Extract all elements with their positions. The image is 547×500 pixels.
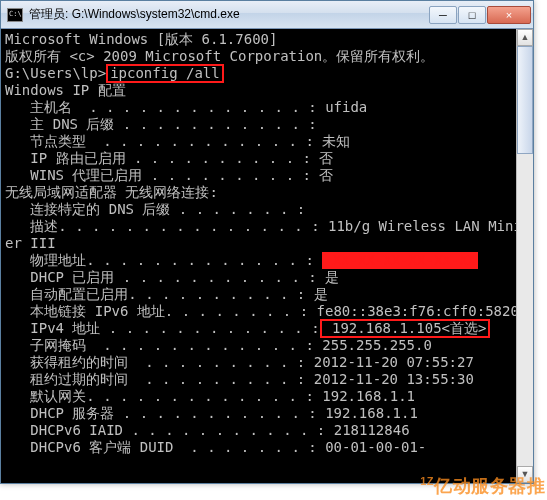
prompt: G:\Users\lp> — [5, 65, 106, 81]
close-button[interactable]: × — [487, 6, 531, 24]
output-line: 自动配置已启用. . . . . . . . . . : 是 — [5, 286, 529, 303]
field-label: 租约过期的时间 . . . . . . . . . : — [5, 371, 305, 387]
scroll-thumb[interactable] — [517, 46, 533, 154]
field-value: 192.168.1.1 — [317, 405, 418, 421]
field-label: WINS 代理已启用 . . . . . . . . . : — [5, 167, 311, 183]
field-label: 本地链接 IPv6 地址. . . . . . . . : — [5, 303, 308, 319]
output-line: 连接特定的 DNS 后缀 . . . . . . . : — [5, 201, 529, 218]
field-value: 11b/g Wireless LAN Mini PCI Ex — [320, 218, 533, 234]
output-line: 租约过期的时间 . . . . . . . . . : 2012-11-20 1… — [5, 371, 529, 388]
field-label: 节点类型 . . . . . . . . . . . . : — [5, 133, 314, 149]
output-line: 子网掩码 . . . . . . . . . . . . : 255.255.2… — [5, 337, 529, 354]
terminal-output[interactable]: Microsoft Windows [版本 6.1.7600]版权所有 <c> … — [1, 29, 533, 483]
output-line: 本地链接 IPv6 地址. . . . . . . . : fe80::38e3… — [5, 303, 529, 320]
field-label: IP 路由已启用 . . . . . . . . . . : — [5, 150, 311, 166]
field-value: 192.168.1.1 — [314, 388, 415, 404]
output-line: G:\Users\lp>ipconfig /all — [5, 65, 529, 82]
output-line: DHCPv6 客户端 DUID . . . . . . . : 00-01-00… — [5, 439, 529, 456]
vertical-scrollbar[interactable]: ▲ ▼ — [516, 29, 533, 483]
field-label: DHCPv6 客户端 DUID . . . . . . . : — [5, 439, 317, 455]
scroll-track[interactable] — [517, 46, 533, 466]
field-value: 是 — [305, 286, 327, 302]
scroll-up-button[interactable]: ▲ — [517, 29, 533, 46]
titlebar[interactable]: 管理员: G:\Windows\system32\cmd.exe ─ □ × — [1, 1, 533, 29]
output-line: 获得租约的时间 . . . . . . . . . : 2012-11-20 0… — [5, 354, 529, 371]
output-line: DHCP 服务器 . . . . . . . . . . . : 192.168… — [5, 405, 529, 422]
window-controls: ─ □ × — [428, 6, 531, 24]
field-label: 连接特定的 DNS 后缀 . . . . . . . : — [5, 201, 305, 217]
field-label: 默认网关. . . . . . . . . . . . . : — [5, 388, 314, 404]
output-line: 物理地址. . . . . . . . . . . . . : XX-XX-XX… — [5, 252, 529, 269]
field-value: 否 — [311, 167, 333, 183]
scroll-down-button[interactable]: ▼ — [517, 466, 533, 483]
output-line: Windows IP 配置 — [5, 82, 529, 99]
cmd-icon — [7, 8, 23, 22]
field-value: 00-01-00-01- — [317, 439, 427, 455]
output-line: 主 DNS 后缀 . . . . . . . . . . . : — [5, 116, 529, 133]
field-value: 2012-11-20 07:55:27 — [305, 354, 474, 370]
field-label: 主 DNS 后缀 . . . . . . . . . . . : — [5, 116, 317, 132]
field-label: DHCP 已启用 . . . . . . . . . . . : — [5, 269, 317, 285]
output-line: 节点类型 . . . . . . . . . . . . : 未知 — [5, 133, 529, 150]
field-label: 子网掩码 . . . . . . . . . . . . : — [5, 337, 314, 353]
field-value: fe80::38e3:f76:cff0:5820%13<首 — [308, 303, 533, 319]
output-line: er III — [5, 235, 529, 252]
output-line: 版权所有 <c> 2009 Microsoft Corporation。保留所有… — [5, 48, 529, 65]
output-line: DHCPv6 IAID . . . . . . . . . . . : 2181… — [5, 422, 529, 439]
output-line: IPv4 地址 . . . . . . . . . . . . : 192.16… — [5, 320, 529, 337]
minimize-button[interactable]: ─ — [429, 6, 457, 24]
output-line: DHCP 已启用 . . . . . . . . . . . : 是 — [5, 269, 529, 286]
output-line: Microsoft Windows [版本 6.1.7600] — [5, 31, 529, 48]
maximize-button[interactable]: □ — [458, 6, 486, 24]
field-label: DHCPv6 IAID . . . . . . . . . . . : — [5, 422, 325, 438]
highlighted-ipv4-address: 192.168.1.105<首选> — [320, 319, 491, 338]
field-label: 自动配置已启用. . . . . . . . . . : — [5, 286, 305, 302]
field-label: IPv4 地址 . . . . . . . . . . . . : — [5, 320, 320, 336]
field-value: ufida — [317, 99, 368, 115]
field-label: 主机名 . . . . . . . . . . . . . : — [5, 99, 317, 115]
output-line: 默认网关. . . . . . . . . . . . . : 192.168.… — [5, 388, 529, 405]
field-value: 218112846 — [325, 422, 409, 438]
field-label: DHCP 服务器 . . . . . . . . . . . : — [5, 405, 317, 421]
field-value: 2012-11-20 13:55:30 — [305, 371, 474, 387]
field-label: 物理地址. . . . . . . . . . . . . : — [5, 252, 314, 268]
output-line: 主机名 . . . . . . . . . . . . . : ufida — [5, 99, 529, 116]
output-line: IP 路由已启用 . . . . . . . . . . : 否 — [5, 150, 529, 167]
cmd-window: 管理员: G:\Windows\system32\cmd.exe ─ □ × M… — [0, 0, 534, 484]
output-line: WINS 代理已启用 . . . . . . . . . : 否 — [5, 167, 529, 184]
field-value: 是 — [317, 269, 339, 285]
window-title: 管理员: G:\Windows\system32\cmd.exe — [29, 6, 428, 23]
output-line: 描述. . . . . . . . . . . . . . . : 11b/g … — [5, 218, 529, 235]
field-value: 否 — [311, 150, 333, 166]
field-label: 获得租约的时间 . . . . . . . . . : — [5, 354, 305, 370]
field-value: 未知 — [314, 133, 350, 149]
redacted-mac-address: XX-XX-XX-XX-XX-XX — [322, 252, 478, 269]
highlighted-command: ipconfig /all — [106, 64, 224, 83]
field-value: 255.255.255.0 — [314, 337, 432, 353]
output-line: 无线局域网适配器 无线网络连接: — [5, 184, 529, 201]
field-label: 描述. . . . . . . . . . . . . . . : — [5, 218, 320, 234]
